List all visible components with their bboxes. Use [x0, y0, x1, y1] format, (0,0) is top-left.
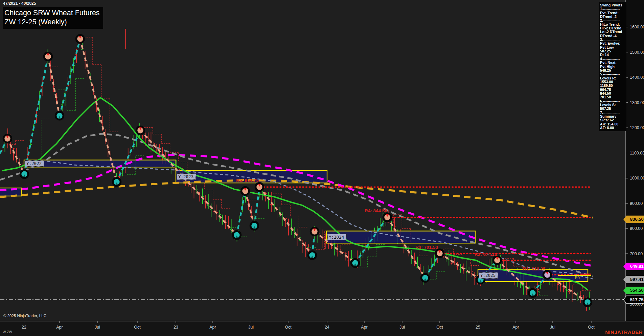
x-tick-label[interactable]: Apr — [361, 325, 367, 330]
pivot-circle-low — [584, 298, 592, 306]
x-tick-label[interactable]: Apr — [56, 325, 63, 330]
y-tick-label: 1000.00 — [630, 176, 644, 181]
swing-panel-line: Pvt. Next: — [600, 61, 626, 65]
pivot-circle-low — [251, 222, 258, 230]
x-tick-label[interactable]: Apr — [512, 325, 519, 330]
y-tick-label: 700.00 — [630, 251, 643, 256]
instrument-title-line2: ZW 12-25 (Weekly) — [4, 18, 100, 27]
year-label-text: Y:2024 — [329, 235, 344, 240]
y-tick-label: 1500.00 — [630, 50, 644, 55]
year-label-text: Y:2023 — [178, 174, 193, 179]
price-tag-value: 554.50 — [630, 288, 644, 293]
pivot-circle-high — [384, 213, 391, 221]
copyright-label: © 2025 NinjaTrader, LLC — [3, 314, 46, 318]
pivot-circle-low — [421, 274, 429, 282]
ninjatrader-chart-window: R5: 964.75R4: 844.50R3: 701.50R2: 674.25… — [0, 0, 644, 336]
y-tick-label: 1300.00 — [630, 100, 644, 105]
y-tick-label: 1400.00 — [630, 75, 644, 80]
pivot-circle-high — [242, 187, 249, 195]
year-label-text: Y:2022 — [26, 161, 42, 166]
pivot-circle-high — [256, 183, 263, 191]
price-tag-value: 517.75 — [630, 297, 644, 302]
pivot-circle-high — [44, 53, 52, 61]
pivot-circle-low — [529, 289, 537, 297]
swing-panel-line: 507.25 — [600, 107, 626, 111]
pivot-circle-low — [233, 231, 241, 239]
x-tick-label[interactable]: Jul — [248, 325, 254, 330]
series-tag-label: W ZW — [3, 330, 12, 334]
pivot-circle-high — [311, 227, 319, 235]
pivot-circle-high — [4, 135, 12, 143]
x-tick-label[interactable]: 25 — [476, 325, 480, 330]
pivot-level-label-R2: R2: 674.25 — [475, 252, 497, 257]
price-chart[interactable]: R5: 964.75R4: 844.50R3: 701.50R2: 674.25… — [0, 0, 644, 336]
x-tick-label[interactable]: Apr — [209, 325, 216, 330]
x-tick-label[interactable]: 24 — [325, 325, 329, 330]
pivot-circle-low — [56, 112, 64, 120]
pivot-circle-low — [21, 170, 28, 178]
y-tick-label: 900.00 — [630, 201, 643, 206]
swing-panel-line: 5.-------------- — [600, 72, 626, 76]
swing-panel-line: 1.-------------- — [600, 7, 626, 11]
visible-range-label: 47/2021 - 40/2025 — [3, 1, 36, 6]
pivot-level-label-R5: R5: 964.75 — [236, 178, 259, 183]
pivot-circle-high — [137, 126, 144, 134]
x-tick-label[interactable]: 23 — [174, 325, 178, 330]
swing-pivots-panel: Swing Pivots1.--------------Pvt. Trend:D… — [599, 2, 626, 131]
x-tick-label[interactable]: Oct — [436, 325, 443, 330]
pivot-circle-high — [493, 256, 501, 264]
chart-background — [0, 0, 644, 336]
instrument-title: Chicago SRW Wheat Futures ZW 12-25 (Week… — [3, 7, 103, 29]
x-tick-label[interactable]: Oct — [285, 325, 292, 330]
swing-panel-line: 701.50 — [600, 95, 626, 99]
pivot-level-label-R4: R4: 844.50 — [365, 208, 387, 213]
y-tick-label: 1100.00 — [630, 151, 644, 155]
year-label-text: Y:2025 — [480, 273, 496, 278]
pivot-circle-low — [113, 178, 121, 186]
price-tag-value: 597.41 — [630, 277, 644, 282]
y-tick-label: 1600.00 — [630, 25, 644, 29]
ninjatrader-logo: NINJATRADER — [605, 329, 643, 335]
pivot-circle-low — [308, 251, 316, 259]
price-tag-value: 649.81 — [630, 264, 644, 269]
swing-panel-line: AF: 8.00 — [600, 126, 626, 130]
pivot-level-label-R1: R1: 616.25 — [523, 266, 546, 271]
pivot-circle-high — [544, 271, 551, 279]
swing-panel-line: 1189.50 — [600, 84, 626, 88]
x-tick-label[interactable]: Oct — [134, 325, 141, 330]
year-range-box — [24, 160, 176, 167]
x-tick-label[interactable]: 22 — [22, 325, 26, 330]
y-tick-label: 1200.00 — [630, 125, 644, 130]
price-tag-value: 836.50 — [630, 217, 644, 222]
pivot-circle-high — [76, 35, 84, 43]
f0-label: F0 — [575, 275, 580, 280]
x-tick-label[interactable]: Jul — [95, 325, 100, 330]
x-tick-label[interactable]: Jul — [550, 325, 555, 330]
x-tick-label[interactable]: Oct — [588, 325, 595, 330]
pivot-circle-low — [351, 259, 359, 267]
pivot-level-label-R3: R3: 701.50 — [415, 245, 438, 250]
swing-panel-line: SP's: 62 — [600, 118, 626, 122]
y-tick-label: 800.00 — [630, 226, 643, 231]
instrument-title-line1: Chicago SRW Wheat Futures — [4, 8, 100, 18]
x-tick-label[interactable]: Jul — [399, 325, 405, 330]
pivot-circle-high — [436, 249, 444, 257]
